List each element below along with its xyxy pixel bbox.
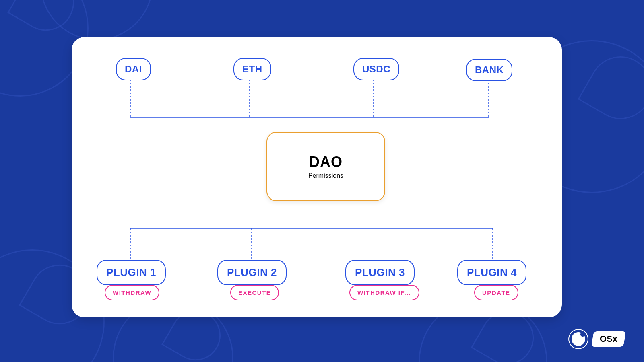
plugin-pill-3: PLUGIN 3	[345, 260, 415, 285]
asset-label: ETH	[242, 64, 262, 75]
action-label: WITHDRAW	[113, 289, 151, 296]
plugin-label: PLUGIN 2	[227, 266, 277, 279]
asset-label: DAI	[125, 64, 142, 75]
brand-badge: OSx	[591, 331, 626, 347]
asset-pill-dai: DAI	[116, 58, 151, 80]
plugin-label: PLUGIN 1	[106, 266, 156, 279]
action-pill-execute: EXECUTE	[230, 285, 279, 300]
dao-box: DAO Permissions	[266, 132, 385, 201]
action-label: EXECUTE	[238, 289, 271, 296]
diagram-card: DAI ETH USDC BANK DAO Permissions PLUGIN…	[72, 37, 562, 317]
action-pill-withdraw: WITHDRAW	[105, 285, 159, 300]
plugin-pill-4: PLUGIN 4	[457, 260, 526, 285]
action-pill-update: UPDATE	[474, 285, 518, 300]
brand-icon	[568, 329, 588, 349]
plugin-label: PLUGIN 4	[467, 266, 517, 279]
plugin-pill-2: PLUGIN 2	[217, 260, 287, 285]
dao-subtitle: Permissions	[308, 172, 343, 179]
plugin-pill-1: PLUGIN 1	[97, 260, 166, 285]
brand-logo: OSx	[568, 329, 625, 349]
action-label: UPDATE	[482, 289, 510, 296]
action-pill-withdraw-if: WITHDRAW IF...	[349, 285, 419, 300]
plugin-label: PLUGIN 3	[355, 266, 405, 279]
action-label: WITHDRAW IF...	[357, 289, 411, 296]
asset-pill-eth: ETH	[233, 58, 271, 80]
dao-title: DAO	[309, 154, 343, 171]
asset-label: BANK	[475, 64, 504, 76]
asset-label: USDC	[362, 64, 390, 75]
brand-name: OSx	[600, 334, 617, 344]
asset-pill-usdc: USDC	[353, 58, 399, 80]
asset-pill-bank: BANK	[466, 59, 512, 81]
